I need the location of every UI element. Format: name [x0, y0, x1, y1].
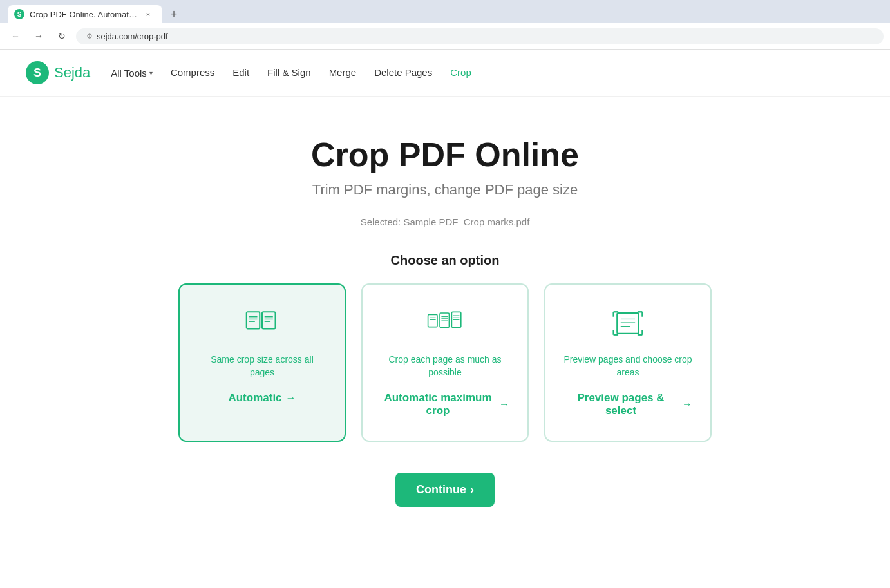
options-grid: Same crop size across all pages Automati… — [39, 283, 851, 442]
refresh-button[interactable]: ↻ — [53, 27, 71, 45]
nav-item-crop[interactable]: Crop — [450, 67, 471, 79]
nav-item-all-tools[interactable]: All Tools ▾ — [111, 68, 153, 79]
page-subtitle: Trim PDF margins, change PDF page size — [39, 182, 851, 198]
automatic-max-action: Automatic maximum crop → — [381, 392, 509, 417]
preview-arrow-icon: → — [682, 399, 692, 410]
new-tab-button[interactable]: + — [165, 5, 183, 23]
svg-rect-0 — [247, 312, 260, 328]
nav-item-merge[interactable]: Merge — [329, 67, 357, 79]
main-content: Crop PDF Online Trim PDF margins, change… — [26, 97, 864, 558]
svg-rect-19 — [617, 313, 639, 334]
chevron-down-icon: ▾ — [149, 70, 153, 77]
nav-item-delete-pages[interactable]: Delete Pages — [374, 67, 432, 79]
continue-button[interactable]: Continue › — [395, 473, 495, 507]
fill-sign-link[interactable]: Fill & Sign — [267, 67, 311, 78]
page-title: Crop PDF Online — [39, 135, 851, 174]
nav-menu: All Tools ▾ Compress Edit Fill & Sign Me… — [111, 67, 471, 79]
compress-link[interactable]: Compress — [171, 67, 214, 78]
option-card-automatic[interactable]: Same crop size across all pages Automati… — [178, 283, 346, 442]
logo-icon: S — [26, 61, 49, 84]
browser-chrome: S Crop PDF Online. Automaticall… × + — [0, 0, 890, 23]
browser-toolbar: ← → ↻ ⚙ sejda.com/crop-pdf — [0, 23, 890, 50]
logo[interactable]: S Sejda — [26, 61, 90, 84]
url-text: sejda.com/crop-pdf — [97, 32, 168, 41]
nav-item-fill-sign[interactable]: Fill & Sign — [267, 67, 311, 79]
address-bar[interactable]: ⚙ sejda.com/crop-pdf — [76, 28, 884, 44]
browser-tabs: S Crop PDF Online. Automaticall… × + — [8, 5, 882, 23]
preview-description: Preview pages and choose crop areas — [563, 354, 692, 379]
selected-file: Selected: Sample PDF_Crop marks.pdf — [39, 216, 851, 227]
automatic-description: Same crop size across all pages — [198, 354, 327, 379]
delete-pages-link[interactable]: Delete Pages — [374, 67, 432, 78]
svg-rect-8 — [428, 314, 437, 327]
all-tools-link[interactable]: All Tools ▾ — [111, 68, 153, 79]
merge-link[interactable]: Merge — [329, 67, 357, 78]
svg-rect-9 — [440, 313, 449, 327]
tab-close-button[interactable]: × — [143, 9, 153, 19]
automatic-arrow-icon: → — [286, 392, 296, 404]
logo-text: Sejda — [54, 64, 90, 81]
continue-arrow-icon: › — [470, 483, 474, 497]
automatic-max-description: Crop each page as much as possible — [381, 354, 509, 379]
tab-favicon: S — [14, 9, 24, 19]
nav-item-compress[interactable]: Compress — [171, 67, 214, 79]
page-content: S Sejda All Tools ▾ Compress Edit Fill &… — [0, 50, 890, 558]
crop-link[interactable]: Crop — [450, 67, 471, 78]
choose-option-label: Choose an option — [39, 253, 851, 268]
navbar: S Sejda All Tools ▾ Compress Edit Fill &… — [0, 50, 890, 97]
automatic-max-icon — [427, 308, 463, 343]
back-button[interactable]: ← — [6, 27, 24, 45]
automatic-max-arrow-icon: → — [499, 399, 509, 410]
option-card-preview[interactable]: Preview pages and choose crop areas Prev… — [544, 283, 712, 442]
tab-title: Crop PDF Online. Automaticall… — [30, 10, 138, 19]
nav-item-edit[interactable]: Edit — [232, 67, 249, 79]
security-icon: ⚙ — [86, 32, 93, 41]
preview-icon — [610, 308, 646, 343]
continue-label: Continue — [416, 483, 466, 497]
active-tab: S Crop PDF Online. Automaticall… × — [8, 5, 162, 23]
edit-link[interactable]: Edit — [232, 67, 249, 78]
preview-action: Preview pages & select → — [563, 392, 692, 417]
option-card-automatic-max[interactable]: Crop each page as much as possible Autom… — [361, 283, 529, 442]
automatic-action: Automatic → — [228, 392, 296, 404]
automatic-icon — [244, 308, 280, 343]
svg-rect-4 — [262, 312, 276, 328]
forward-button[interactable]: → — [30, 27, 48, 45]
